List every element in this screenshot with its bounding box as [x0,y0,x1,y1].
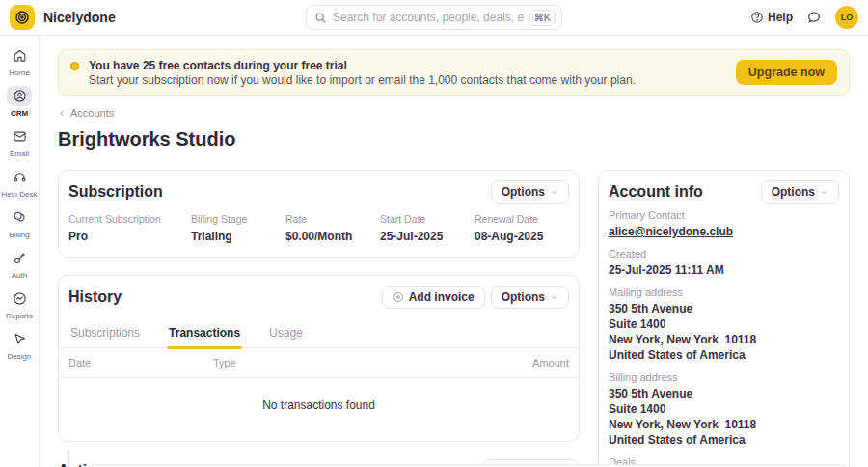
sidebar-item-design[interactable]: Design [0,327,39,363]
transactions-table-header: Date Type Amount [59,348,579,378]
chat-bubble-icon[interactable] [806,10,822,25]
billing-address-field: Billing address 350 5th Avenue Suite 140… [609,371,839,448]
sidebar-item-auth[interactable]: Auth [0,246,39,282]
sidebar-item-reports[interactable]: Reports [0,287,39,322]
sidebar-item-home[interactable]: Home [0,43,39,79]
breadcrumb-label: Accounts [70,107,114,119]
search-shortcut-badge: ⌘K [529,10,556,26]
sidebar-item-label: CRM [11,109,28,118]
created-field: Created 25-Jul-2025 11:11 AM [609,248,839,278]
subscription-options-button[interactable]: Options [491,180,569,204]
spiral-logo-icon [14,9,31,26]
column-date: Date [68,357,213,369]
app-window: Nicelydone ⌘K Help [0,0,868,467]
column-amount: Amount [532,357,569,369]
sidebar-item-billing[interactable]: Billing [0,206,39,241]
page-title: Brightworks Studio [58,126,850,151]
field-renewal-date: Renewal Date 08-Aug-2025 [475,213,569,243]
field-billing-stage: Billing Stage Trialing [191,213,285,243]
subscription-fields: Current Subscription Pro Billing Stage T… [59,209,579,257]
question-circle-icon [750,11,764,24]
help-button[interactable]: Help [750,11,793,24]
chevron-down-icon [550,188,558,197]
warning-dot-icon [70,62,79,70]
options-label: Options [502,185,545,199]
sidebar-item-label: Email [10,150,29,158]
header-brand: Nicelydone [10,5,306,30]
avatar[interactable]: LO [835,6,858,29]
sidebar-nav: Home CRM Email Help Desk [0,36,40,467]
global-search[interactable]: ⌘K [306,5,562,30]
sidebar-item-label: Auth [12,271,27,280]
banner-text: You have 25 free contacts during your fr… [89,58,736,88]
right-column: Account info Options Primary Contact [598,170,850,467]
options-label: Options [502,290,545,304]
sidebar-item-help-desk[interactable]: Help Desk [0,165,39,201]
empty-transactions-message: No transactions found [59,378,579,441]
chevron-down-icon [820,188,828,197]
primary-contact-field: Primary Contact alice@nicelydone.club [609,209,839,239]
field-rate: Rate $0.00/Month [285,213,380,243]
crm-icon [13,89,27,103]
plus-circle-icon [393,291,404,303]
add-invoice-button[interactable]: Add invoice [382,286,485,309]
subscription-card: Subscription Options Current Subscriptio… [58,170,580,258]
header-actions: Help LO [562,6,858,29]
sidebar-item-label: Billing [9,231,29,239]
reports-icon [13,291,27,306]
banner-title: You have 25 free contacts during your fr… [89,58,736,73]
search-input[interactable] [333,11,524,24]
sidebar-item-label: Home [9,69,29,77]
history-tabs: Subscriptions Transactions Usage [59,315,579,348]
field-start-date: Start Date 25-Jul-2025 [380,213,475,243]
tab-usage[interactable]: Usage [267,322,305,347]
field-current-subscription: Current Subscription Pro [68,213,191,243]
history-card: History Add invoice Options [58,275,580,442]
auth-icon [13,251,27,265]
banner-subtitle: Start your subscription now if you would… [89,73,736,88]
account-info-title: Account info [609,183,703,201]
billing-icon [13,210,27,225]
search-icon [314,12,327,24]
chevron-left-icon [58,109,67,118]
main-content: You have 25 free contacts during your fr… [40,36,868,467]
trial-banner: You have 25 free contacts during your fr… [58,49,850,96]
app-logo[interactable] [10,5,35,30]
left-column: Subscription Options Current Subscriptio… [58,170,580,467]
column-type: Type [213,357,532,369]
sidebar-item-label: Help Desk [2,190,38,199]
help-desk-icon [13,170,27,184]
tab-subscriptions[interactable]: Subscriptions [68,322,142,347]
help-label: Help [768,11,793,24]
mailing-address-field: Mailing address 350 5th Avenue Suite 140… [609,287,839,363]
add-invoice-label: Add invoice [409,290,475,304]
history-title: History [68,288,122,306]
home-icon [13,48,27,63]
sidebar-item-crm[interactable]: CRM [0,84,39,120]
history-options-button[interactable]: Options [491,286,569,309]
options-label: Options [772,185,815,199]
sidebar-item-label: Reports [6,312,33,320]
upgrade-now-button[interactable]: Upgrade now [736,60,837,85]
primary-contact-link[interactable]: alice@nicelydone.club [609,224,839,239]
chevron-down-icon [550,293,558,302]
sidebar-item-email[interactable]: Email [0,124,39,160]
sidebar-item-label: Design [8,352,32,361]
top-header: Nicelydone ⌘K Help [0,0,868,36]
account-info-card: Account info Options Primary Contact [598,170,850,467]
tab-transactions[interactable]: Transactions [167,322,242,347]
design-icon [13,332,27,346]
app-name: Nicelydone [43,10,116,25]
email-icon [13,129,27,144]
account-info-options-button[interactable]: Options [761,180,839,204]
activity-timeline-rail [68,450,69,467]
breadcrumb[interactable]: Accounts [58,105,850,121]
subscription-title: Subscription [68,183,163,201]
